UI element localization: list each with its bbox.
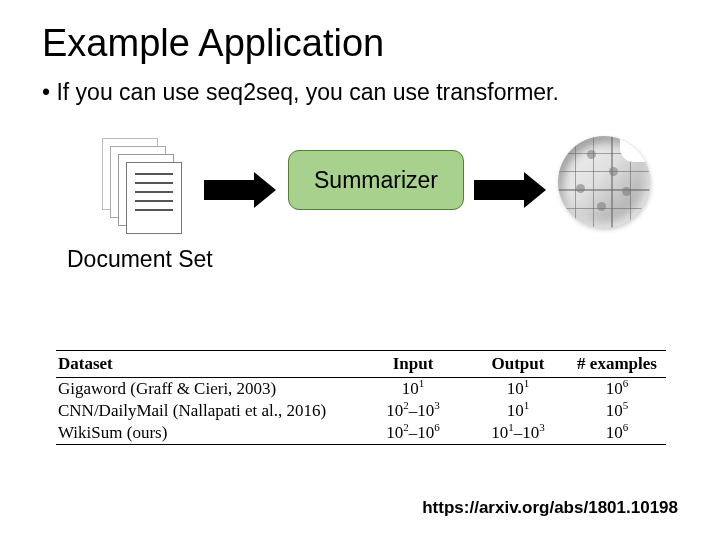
cell-examples: 106 [568,379,666,399]
slide: Example Application If you can use seq2s… [0,0,720,540]
cell-dataset: WikiSum (ours) [56,423,358,443]
table-row: Gigaword (Graff & Cieri, 2003)101101106 [56,378,666,400]
cell-input: 102–106 [358,423,468,443]
cell-examples: 105 [568,401,666,421]
wikipedia-globe-icon [558,136,654,232]
table-row: CNN/DailyMail (Nallapati et al., 2016)10… [56,400,666,422]
cell-dataset: CNN/DailyMail (Nallapati et al., 2016) [56,401,358,421]
col-header-dataset: Dataset [56,354,358,374]
cell-output: 101 [468,401,568,421]
cell-examples: 106 [568,423,666,443]
table-header-row: Dataset Input Output # examples [56,351,666,377]
cell-input: 101 [358,379,468,399]
cell-dataset: Gigaword (Graff & Cieri, 2003) [56,379,358,399]
col-header-input: Input [358,354,468,374]
cell-output: 101 [468,379,568,399]
summarizer-box: Summarizer [288,150,464,210]
cell-input: 102–103 [358,401,468,421]
datasets-table: Dataset Input Output # examples Gigaword… [56,350,666,445]
pipeline-diagram: Document Set Summarizer [42,134,672,294]
cell-output: 101–103 [468,423,568,443]
bullet-seq2seq: If you can use seq2seq, you can use tran… [42,79,678,106]
table-row: WikiSum (ours)102–106101–103106 [56,422,666,444]
document-set-label: Document Set [67,246,213,273]
col-header-output: Output [468,354,568,374]
citation-link[interactable]: https://arxiv.org/abs/1801.10198 [422,498,678,518]
slide-title: Example Application [42,22,678,65]
col-header-examples: # examples [568,354,666,374]
